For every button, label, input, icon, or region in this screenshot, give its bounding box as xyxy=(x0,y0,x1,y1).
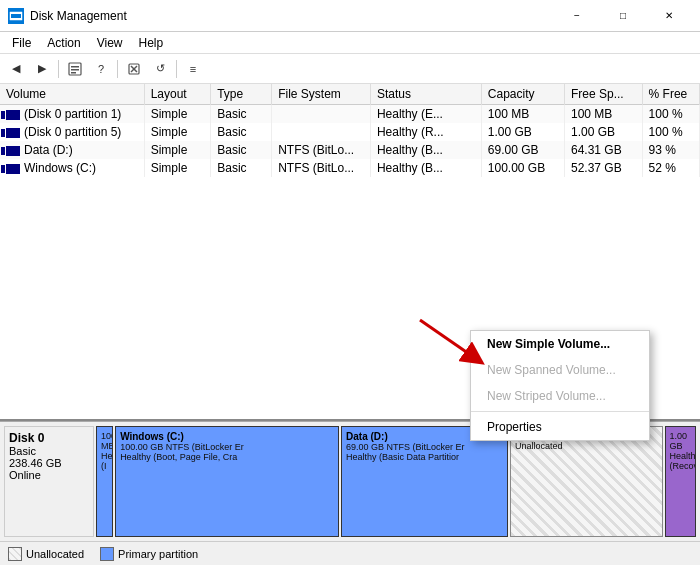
cell-type: Basic xyxy=(211,105,272,124)
cell-volume: Data (D:) xyxy=(0,141,144,159)
cell-filesystem xyxy=(272,123,371,141)
cell-volume: (Disk 0 partition 1) xyxy=(0,105,144,124)
forward-button[interactable]: ▶ xyxy=(30,58,54,80)
cell-status: Healthy (R... xyxy=(370,123,481,141)
cell-type: Basic xyxy=(211,159,272,177)
svg-rect-5 xyxy=(71,72,76,74)
col-pct[interactable]: % Free xyxy=(642,84,699,105)
close-button[interactable]: ✕ xyxy=(646,0,692,32)
cell-capacity: 69.00 GB xyxy=(481,141,564,159)
window-title: Disk Management xyxy=(30,9,554,23)
disk-row-0: Disk 0 Basic 238.46 GB Online 100 MBHeal… xyxy=(4,426,696,537)
cell-layout: Simple xyxy=(144,141,211,159)
legend-primary: Primary partition xyxy=(100,547,198,561)
menu-action[interactable]: Action xyxy=(39,34,88,52)
main-content: Volume Layout Type File System Status Ca… xyxy=(0,84,700,565)
col-layout[interactable]: Layout xyxy=(144,84,211,105)
cell-filesystem xyxy=(272,105,371,124)
col-capacity[interactable]: Capacity xyxy=(481,84,564,105)
svg-rect-1 xyxy=(11,14,21,18)
disk-name: Disk 0 xyxy=(9,431,89,445)
toolbar-separator-2 xyxy=(117,60,118,78)
toolbar-separator-3 xyxy=(176,60,177,78)
cell-status: Healthy (B... xyxy=(370,141,481,159)
partition-info: Unallocated xyxy=(515,441,658,451)
partition-size: 100 MB xyxy=(101,431,108,451)
cell-free: 100 MB xyxy=(564,105,642,124)
table-row[interactable]: (Disk 0 partition 1)SimpleBasicHealthy (… xyxy=(0,105,700,124)
disk-partition-4[interactable]: 1.00 GBHealthy (Recove xyxy=(665,426,696,537)
context-menu-item-new-simple-volume...[interactable]: New Simple Volume... xyxy=(471,331,649,357)
col-status[interactable]: Status xyxy=(370,84,481,105)
menu-file[interactable]: File xyxy=(4,34,39,52)
legend-label-unallocated: Unallocated xyxy=(26,548,84,560)
partition-label: Windows (C:) xyxy=(120,431,334,442)
disk-partition-2[interactable]: Data (D:)69.00 GB NTFS (BitLocker ErHeal… xyxy=(341,426,508,537)
cell-status: Healthy (B... xyxy=(370,159,481,177)
context-menu-separator-3 xyxy=(471,411,649,412)
context-menu-item-properties[interactable]: Properties xyxy=(471,414,649,440)
disk-partition-3[interactable]: 68.36 GBUnallocated xyxy=(510,426,663,537)
col-free[interactable]: Free Sp... xyxy=(564,84,642,105)
cell-filesystem: NTFS (BitLo... xyxy=(272,141,371,159)
context-menu: New Simple Volume...New Spanned Volume..… xyxy=(470,330,650,441)
table-row[interactable]: Data (D:)SimpleBasicNTFS (BitLo...Health… xyxy=(0,141,700,159)
col-type[interactable]: Type xyxy=(211,84,272,105)
col-filesystem[interactable]: File System xyxy=(272,84,371,105)
minimize-button[interactable]: − xyxy=(554,0,600,32)
status-bar: Unallocated Primary partition xyxy=(0,541,700,565)
cell-type: Basic xyxy=(211,123,272,141)
volume-table: Volume Layout Type File System Status Ca… xyxy=(0,84,700,177)
refresh-button[interactable]: ↺ xyxy=(148,58,172,80)
partition-info: Healthy (I xyxy=(101,451,108,471)
cell-pct: 52 % xyxy=(642,159,699,177)
disk-partition-1[interactable]: Windows (C:)100.00 GB NTFS (BitLocker Er… xyxy=(115,426,339,537)
context-menu-item-new-spanned-volume...: New Spanned Volume... xyxy=(471,357,649,383)
cell-volume: Windows (C:) xyxy=(0,159,144,177)
cell-pct: 100 % xyxy=(642,105,699,124)
partition-info: Healthy (Recove xyxy=(670,451,691,471)
cell-filesystem: NTFS (BitLo... xyxy=(272,159,371,177)
window-controls: − □ ✕ xyxy=(554,0,692,32)
context-menu-item-new-striped-volume...: New Striped Volume... xyxy=(471,383,649,409)
toolbar: ◀ ▶ ? ↺ ≡ xyxy=(0,54,700,84)
disk-size: 238.46 GB xyxy=(9,457,89,469)
partition-info: Healthy (Basic Data Partitior xyxy=(346,452,503,462)
cell-capacity: 100 MB xyxy=(481,105,564,124)
cell-layout: Simple xyxy=(144,159,211,177)
cell-pct: 100 % xyxy=(642,123,699,141)
cell-pct: 93 % xyxy=(642,141,699,159)
cell-free: 52.37 GB xyxy=(564,159,642,177)
legend-box-unallocated xyxy=(8,547,22,561)
back-button[interactable]: ◀ xyxy=(4,58,28,80)
help-button[interactable]: ? xyxy=(89,58,113,80)
app-icon xyxy=(8,8,24,24)
svg-rect-3 xyxy=(71,66,79,68)
table-row[interactable]: Windows (C:)SimpleBasicNTFS (BitLo...Hea… xyxy=(0,159,700,177)
partition-size: 1.00 GB xyxy=(670,431,691,451)
cell-status: Healthy (E... xyxy=(370,105,481,124)
partition-size: 100.00 GB NTFS (BitLocker Er xyxy=(120,442,334,452)
menu-help[interactable]: Help xyxy=(131,34,172,52)
disk-partition-0[interactable]: 100 MBHealthy (I xyxy=(96,426,113,537)
partition-info: Healthy (Boot, Page File, Cra xyxy=(120,452,334,462)
context-menu-arrow xyxy=(410,310,490,370)
menu-view[interactable]: View xyxy=(89,34,131,52)
svg-line-9 xyxy=(420,320,475,358)
cell-free: 64.31 GB xyxy=(564,141,642,159)
cell-layout: Simple xyxy=(144,123,211,141)
disk-partitions-0: 100 MBHealthy (IWindows (C:)100.00 GB NT… xyxy=(96,426,696,537)
toolbar-separator-1 xyxy=(58,60,59,78)
legend-box-primary xyxy=(100,547,114,561)
col-volume[interactable]: Volume xyxy=(0,84,144,105)
partition-size: 69.00 GB NTFS (BitLocker Er xyxy=(346,442,503,452)
maximize-button[interactable]: □ xyxy=(600,0,646,32)
table-row[interactable]: (Disk 0 partition 5)SimpleBasicHealthy (… xyxy=(0,123,700,141)
menu-bar: File Action View Help xyxy=(0,32,700,54)
menu-extra-button[interactable]: ≡ xyxy=(181,58,205,80)
properties-button[interactable] xyxy=(63,58,87,80)
legend-unallocated: Unallocated xyxy=(8,547,84,561)
svg-rect-4 xyxy=(71,69,79,71)
cancel-button[interactable] xyxy=(122,58,146,80)
cell-layout: Simple xyxy=(144,105,211,124)
